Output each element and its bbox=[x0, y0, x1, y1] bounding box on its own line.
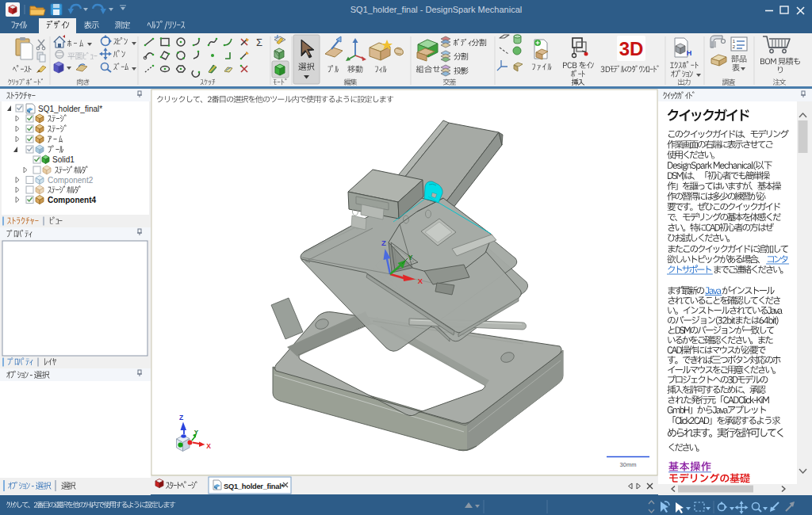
svg-text:3D: 3D bbox=[619, 38, 644, 59]
svg-text:Component2: Component2 bbox=[48, 176, 94, 185]
svg-text:Y: Y bbox=[408, 254, 413, 261]
svg-text:H: H bbox=[687, 49, 692, 57]
svg-text:SQ1_holder_final*: SQ1_holder_final* bbox=[38, 105, 102, 113]
svg-text:SQ1_holder_final - DesignSpark: SQ1_holder_final - DesignSpark Mechanica… bbox=[350, 5, 522, 14]
svg-text:Component4: Component4 bbox=[48, 196, 97, 204]
svg-text:Z: Z bbox=[381, 238, 386, 247]
svg-text:Σ: Σ bbox=[256, 36, 262, 48]
svg-text:Y: Y bbox=[194, 429, 199, 436]
svg-text:Z: Z bbox=[179, 414, 183, 422]
svg-text:X: X bbox=[418, 277, 423, 285]
svg-text:SQ1_holder_final*: SQ1_holder_final* bbox=[224, 483, 284, 490]
svg-text:30mm: 30mm bbox=[620, 461, 637, 468]
svg-text:Solid1: Solid1 bbox=[52, 155, 75, 164]
svg-text:X: X bbox=[206, 442, 211, 450]
